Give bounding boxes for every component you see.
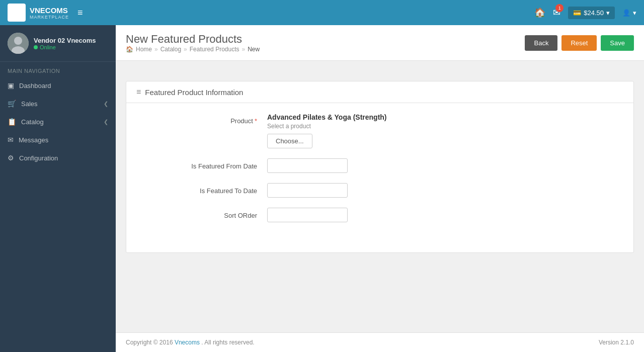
product-name: Advanced Pilates & Yoga (Strength) [267,113,468,121]
section-header-icon: ≡ [136,87,141,97]
svg-rect-2 [11,13,16,19]
sidebar-item-sales[interactable]: 🛒 Sales ❮ [0,95,116,113]
top-header: VNECOMS MARKETPLACE ≡ 🏠 ✉ 1 💳 $24.50 ▾ 👤… [0,0,644,25]
messages-icon: ✉ [8,136,14,144]
page-title: New Featured Products [126,33,260,46]
footer-version: Version 2.1.0 [599,339,634,346]
breadcrumb-sep1: » [154,46,158,53]
featured-from-date-field [267,158,468,173]
configuration-icon: ⚙ [8,154,14,162]
logo-text: VNECOMS MARKETPLACE [30,6,69,20]
product-row: Product* Advanced Pilates & Yoga (Streng… [146,113,613,148]
user-status: Online [34,44,96,50]
sort-order-field [267,208,468,222]
svg-point-5 [14,37,22,45]
page-actions: Back Reset Save [525,35,634,51]
header-right: 🏠 ✉ 1 💳 $24.50 ▾ 👤 ▾ [534,7,636,19]
main-layout: Vendor 02 Vnecoms Online MAIN NAVIGATION… [0,25,644,352]
sidebar-item-catalog[interactable]: 📋 Catalog ❮ [0,113,116,131]
status-dot [34,45,38,49]
form-section: ≡ Featured Product Information Product* … [126,81,634,253]
save-button[interactable]: Save [601,35,634,51]
page-header: New Featured Products 🏠 Home » Catalog »… [116,25,644,61]
choose-product-button[interactable]: Choose... [267,134,312,148]
sidebar-item-configuration[interactable]: ⚙ Configuration [0,149,116,167]
footer-brand-link[interactable]: Vnecoms [175,339,200,346]
sidebar-item-dashboard[interactable]: ▣ Dashboard [0,76,116,95]
featured-from-date-input[interactable] [267,158,348,173]
required-star: * [255,117,257,125]
sidebar-item-label: Sales [21,100,38,108]
reset-button[interactable]: Reset [561,35,597,51]
featured-to-date-label: Is Featured To Date [146,183,257,195]
sort-order-label: Sort ORder [146,208,257,219]
svg-rect-1 [17,7,23,12]
wallet-icon: 💳 [573,9,581,17]
featured-to-date-input[interactable] [267,183,348,198]
mail-button[interactable]: ✉ 1 [553,7,560,18]
sidebar: Vendor 02 Vnecoms Online MAIN NAVIGATION… [0,25,116,352]
user-menu-button[interactable]: 👤 ▾ [622,9,636,17]
user-name: Vendor 02 Vnecoms [34,37,96,44]
user-info: Vendor 02 Vnecoms Online [34,37,96,50]
nav-section-label: MAIN NAVIGATION [0,62,116,76]
product-label: Product* [146,113,257,125]
product-hint: Select a product [267,123,468,130]
sidebar-item-label: Messages [19,136,48,144]
breadcrumb: 🏠 Home » Catalog » Featured Products » N… [126,46,260,53]
featured-to-date-field [267,183,468,198]
sidebar-item-messages[interactable]: ✉ Messages [0,131,116,149]
sidebar-item-label: Dashboard [19,82,51,90]
form-body: Product* Advanced Pilates & Yoga (Streng… [126,103,633,252]
featured-to-date-row: Is Featured To Date [146,183,613,198]
svg-rect-3 [17,13,23,19]
section-title: Featured Product Information [145,88,243,97]
home-icon-breadcrumb: 🏠 [126,46,133,53]
sidebar-item-label: Catalog [21,118,44,126]
user-dropdown-arrow: ▾ [633,9,636,17]
page-title-area: New Featured Products 🏠 Home » Catalog »… [126,33,260,53]
logo-icon [8,4,26,22]
logo-area: VNECOMS MARKETPLACE [8,4,69,22]
svg-rect-0 [11,7,16,12]
breadcrumb-sep2: » [184,46,187,53]
footer: Copyright © 2016 Vnecoms . All rights re… [116,332,644,352]
spacer-top [116,61,644,71]
section-header: ≡ Featured Product Information [126,81,633,103]
breadcrumb-sep3: » [242,46,245,53]
wallet-amount: $24.50 [584,9,604,17]
sales-icon: 🛒 [8,100,16,108]
sales-arrow-icon: ❮ [104,101,108,107]
catalog-arrow-icon: ❮ [104,119,108,125]
breadcrumb-featured-products[interactable]: Featured Products [190,46,239,53]
dashboard-icon: ▣ [8,81,14,90]
mail-badge: 1 [555,4,564,12]
back-button[interactable]: Back [525,35,557,51]
breadcrumb-catalog[interactable]: Catalog [160,46,181,53]
breadcrumb-current: New [248,46,260,53]
sort-order-row: Sort ORder [146,208,613,222]
wallet-dropdown-arrow: ▾ [606,9,610,17]
hamburger-button[interactable]: ≡ [75,5,86,21]
product-field: Advanced Pilates & Yoga (Strength) Selec… [267,113,468,148]
header-left: VNECOMS MARKETPLACE ≡ [8,4,86,22]
user-profile: Vendor 02 Vnecoms Online [0,25,116,62]
sort-order-input[interactable] [267,208,348,222]
featured-from-date-label: Is Featured From Date [146,158,257,170]
breadcrumb-home[interactable]: Home [136,46,152,53]
gray-spacer [116,263,644,332]
home-button[interactable]: 🏠 [534,7,545,18]
avatar [8,33,29,54]
wallet-button[interactable]: 💳 $24.50 ▾ [568,7,615,19]
sidebar-item-label: Configuration [19,154,58,162]
user-icon: 👤 [622,9,630,17]
content-area: New Featured Products 🏠 Home » Catalog »… [116,25,644,352]
catalog-icon: 📋 [8,118,16,126]
featured-from-date-row: Is Featured From Date [146,158,613,173]
footer-copyright: Copyright © 2016 Vnecoms . All rights re… [126,339,255,346]
